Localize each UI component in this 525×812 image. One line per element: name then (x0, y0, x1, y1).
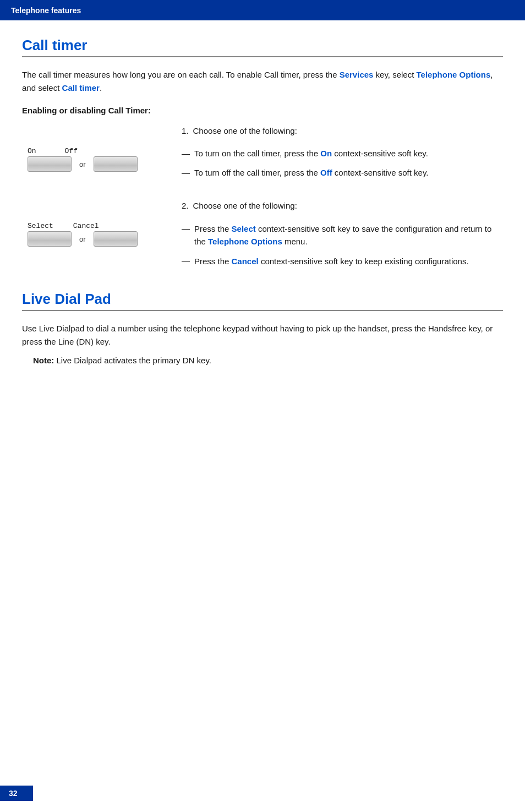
s1b1-text1: To turn on the call timer, press the (194, 149, 320, 158)
page-number: 32 (9, 789, 18, 798)
off-soft-key[interactable] (94, 156, 138, 172)
step-2-bullet-2: — Press the Cancel context-sensitive sof… (182, 255, 503, 268)
cancel-btn-label: Cancel (73, 222, 99, 230)
s2b1-text3: menu. (282, 237, 308, 246)
call-timer-section: Call timer The call timer measures how l… (22, 37, 503, 274)
services-link: Services (340, 70, 374, 79)
step-1-graphic: On Off or (28, 126, 182, 186)
page-content: Call timer The call timer measures how l… (0, 20, 525, 400)
step-2-bullet-1: — Press the Select context-sensitive sof… (182, 222, 503, 248)
page-footer: 32 (0, 786, 33, 801)
step-2-graphic: Select Cancel or (28, 201, 182, 274)
call-timer-link: Call timer (62, 83, 100, 92)
s1b2-text1: To turn off the call timer, press the (194, 168, 320, 177)
step-1-bullet-2: — To turn off the call timer, press the … (182, 167, 503, 179)
live-dial-note: Note: Live Dialpad activates the primary… (33, 354, 503, 367)
select-btn-label: Select (28, 222, 53, 230)
step-2-choose: Choose one of the following: (193, 201, 297, 210)
step-2-instructions: 2. Choose one of the following: — Press … (182, 201, 503, 274)
intro-text-4: . (100, 83, 102, 92)
note-body: Live Dialpad activates the primary DN ke… (54, 356, 211, 365)
off-btn-label: Off (65, 147, 78, 155)
section-divider-1 (22, 56, 503, 57)
live-dial-pad-section: Live Dial Pad Use Live Dialpad to dial a… (22, 291, 503, 367)
intro-text-2: key, select (373, 70, 416, 79)
s2b1-select: Select (232, 224, 256, 233)
step1-or: or (79, 160, 86, 168)
telephone-options-link: Telephone Options (417, 70, 491, 79)
note-label: Note: (33, 356, 54, 365)
header-label: Telephone features (11, 6, 81, 15)
call-timer-title: Call timer (22, 37, 503, 54)
s1b1-on: On (320, 149, 332, 158)
call-timer-intro: The call timer measures how long you are… (22, 68, 503, 95)
step-2-row: Select Cancel or 2. Choose one of the f (28, 201, 503, 274)
step-1-row: On Off or 1. Choose one of the followin (28, 126, 503, 186)
live-dial-intro: Use Live Dialpad to dial a number using … (22, 322, 503, 348)
step2-or: or (79, 235, 86, 243)
on-soft-key[interactable] (28, 156, 72, 172)
intro-text-1: The call timer measures how long you are… (22, 70, 340, 79)
cancel-soft-key[interactable] (94, 231, 138, 247)
step-1-choose: Choose one of the following: (193, 126, 297, 135)
s1b2-off: Off (320, 168, 332, 177)
step-2-number: 2. (182, 201, 189, 210)
s2b1-tel-opts: Telephone Options (208, 237, 282, 246)
s2b2-text2: context-sensitive soft key to keep exist… (259, 257, 469, 266)
live-dial-pad-title: Live Dial Pad (22, 291, 503, 308)
select-soft-key[interactable] (28, 231, 72, 247)
s1b2-text2: context-sensitive soft key. (332, 168, 429, 177)
enabling-heading: Enabling or disabling Call Timer: (22, 106, 503, 115)
s2b2-cancel: Cancel (232, 257, 259, 266)
step-1-instructions: 1. Choose one of the following: — To tur… (182, 126, 503, 186)
section-divider-2 (22, 310, 503, 311)
s2b2-text1: Press the (194, 257, 232, 266)
on-btn-label: On (28, 147, 36, 155)
step-1-bullet-1: — To turn on the call timer, press the O… (182, 148, 503, 160)
s2b1-text1: Press the (194, 224, 232, 233)
steps-area: On Off or 1. Choose one of the followin (28, 126, 503, 274)
step-1-number: 1. (182, 126, 189, 135)
header-bar: Telephone features (0, 0, 525, 20)
s1b1-text2: context-sensitive soft key. (332, 149, 428, 158)
